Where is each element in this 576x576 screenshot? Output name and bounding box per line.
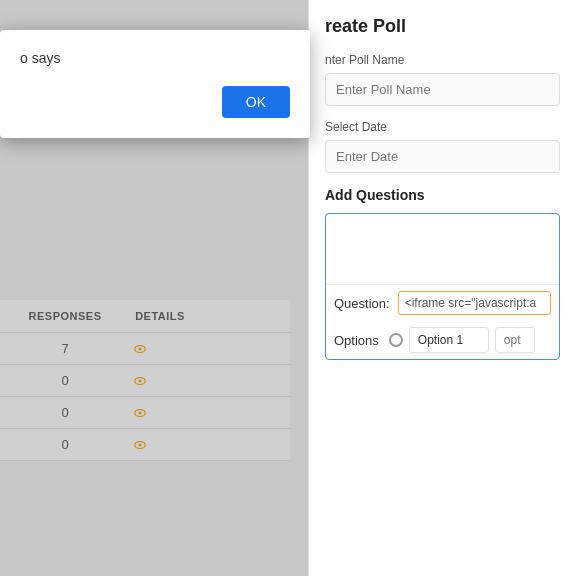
table-row: 7: [0, 333, 290, 365]
svg-point-5: [139, 411, 142, 414]
responses-header: RESPONSES: [20, 310, 110, 322]
option1-radio[interactable]: [389, 333, 403, 347]
create-poll-panel: reate Poll nter Poll Name Select Date Ad…: [308, 0, 576, 576]
svg-point-1: [139, 347, 142, 350]
question-row: Question:: [326, 284, 559, 321]
poll-name-label: nter Poll Name: [325, 53, 560, 67]
details-eye-icon[interactable]: [130, 406, 150, 420]
table-row: 0: [0, 365, 290, 397]
question-input[interactable]: [398, 291, 551, 315]
svg-point-7: [139, 443, 142, 446]
option2-input[interactable]: [495, 327, 535, 353]
select-date-input[interactable]: [325, 140, 560, 173]
select-date-label: Select Date: [325, 120, 560, 134]
alert-ok-button[interactable]: OK: [222, 86, 290, 118]
poll-panel-content: reate Poll nter Poll Name Select Date Ad…: [309, 0, 576, 390]
question-box: Question: Options: [325, 213, 560, 360]
details-eye-icon[interactable]: [130, 374, 150, 388]
response-count: 0: [20, 373, 110, 388]
alert-message: o says: [20, 50, 290, 66]
options-label: Options: [334, 333, 379, 348]
response-count: 7: [20, 341, 110, 356]
details-header: DETAILS: [120, 310, 200, 322]
poll-name-input[interactable]: [325, 73, 560, 106]
question-text-area: [326, 214, 559, 284]
option1-input[interactable]: [409, 327, 489, 353]
table-header: RESPONSES DETAILS: [0, 300, 290, 333]
table-row: 0: [0, 397, 290, 429]
options-row: Options: [326, 321, 559, 359]
response-count: 0: [20, 405, 110, 420]
alert-dialog: o says OK: [0, 30, 310, 138]
panel-title: reate Poll: [325, 16, 560, 37]
details-eye-icon[interactable]: [130, 438, 150, 452]
add-questions-label: Add Questions: [325, 187, 560, 203]
details-eye-icon[interactable]: [130, 342, 150, 356]
svg-point-3: [139, 379, 142, 382]
response-count: 0: [20, 437, 110, 452]
question-label: Question:: [334, 296, 390, 311]
background-table: RESPONSES DETAILS 7 0 0: [0, 300, 290, 461]
table-row: 0: [0, 429, 290, 461]
